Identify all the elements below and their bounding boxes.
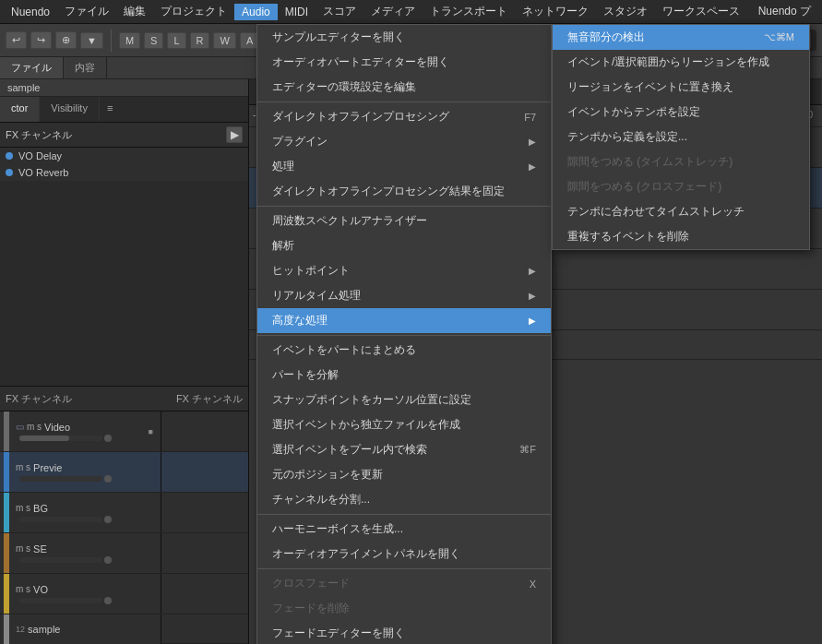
menubar-project[interactable]: プロジェクト	[153, 2, 234, 21]
menubar-midi[interactable]: MIDI	[278, 4, 316, 20]
menubar-score[interactable]: スコア	[316, 2, 363, 21]
r-btn[interactable]: R	[190, 32, 210, 49]
menu-sep2	[257, 206, 551, 207]
w-btn[interactable]: W	[213, 32, 235, 49]
arrow-realtime: ▶	[529, 291, 536, 301]
menu-editor-prefs[interactable]: エディターの環境設定を編集	[257, 75, 551, 100]
submenu-detect-silence[interactable]: 無音部分の検出 ⌥⌘M	[553, 25, 809, 50]
track-bg-fader[interactable]	[19, 517, 102, 522]
fx-channel-track-label: FX チャンネル	[6, 392, 72, 406]
track-bg: m s BG	[0, 493, 248, 533]
menu-find-pool[interactable]: 選択イベントをプール内で検索 ⌘F	[257, 437, 551, 462]
track-bg-ms: m s	[16, 503, 30, 513]
fx-item-vo-reverb[interactable]: VO Reverb	[0, 164, 248, 181]
menu-split-channel[interactable]: チャンネルを分割...	[257, 487, 551, 512]
menu-export-file[interactable]: 選択イベントから独立ファイルを作成	[257, 412, 551, 437]
tool2[interactable]: ▼	[80, 32, 103, 49]
menu-harmony[interactable]: ハーモニーボイスを生成...	[257, 517, 551, 542]
sample-path: sample	[0, 79, 248, 97]
menu-crossfade: クロスフェード X	[257, 571, 551, 596]
menu-audio-part-editor[interactable]: オーディオパートエディターを開く	[257, 50, 551, 75]
undo-button[interactable]: ↩	[6, 31, 27, 49]
track-preview-fader[interactable]	[19, 476, 102, 482]
arrow-process: ▶	[529, 161, 536, 172]
track-se-colorbar	[4, 533, 9, 573]
menu-dissolve[interactable]: パートを分解	[257, 363, 551, 388]
track-vo-fader[interactable]	[19, 598, 102, 603]
arrow-hitpoints: ▶	[529, 266, 536, 276]
menu-analyze[interactable]: 解析	[257, 233, 551, 258]
track-sample-colorbar	[4, 614, 9, 644]
tool1[interactable]: ⊕	[55, 31, 77, 49]
submenu-region-to-event[interactable]: リージョンをイベントに置き換え	[553, 75, 809, 100]
track-video-led	[104, 435, 112, 442]
track-se-controls: m s SE	[0, 533, 161, 573]
submenu-event-to-region[interactable]: イベント/選択範囲からリージョンを作成	[553, 50, 809, 75]
menu-to-parts[interactable]: イベントをパートにまとめる	[257, 338, 551, 363]
inspector-tab[interactable]: ctor	[0, 97, 40, 122]
track-se-fader[interactable]	[19, 557, 102, 563]
content-tab[interactable]: 内容	[64, 57, 107, 78]
app-title: Nuendo プ	[751, 2, 818, 21]
submenu-timestretch[interactable]: テンポに合わせてタイムストレッチ	[553, 199, 809, 224]
expand-icon[interactable]: ≡	[100, 97, 120, 122]
track-preview: m s Previe	[0, 452, 248, 493]
fx-channel-label: FX チャンネル	[6, 128, 222, 142]
menu-advanced[interactable]: 高度な処理 ▶	[257, 308, 551, 333]
menu-sample-editor[interactable]: サンプルエディターを開く	[257, 25, 551, 50]
menu-delete-fade: フェードを削除	[257, 596, 551, 621]
menu-sep5	[257, 568, 551, 569]
track-vo-led	[104, 597, 112, 604]
menu-plugins[interactable]: プラグイン ▶	[257, 129, 551, 154]
menubar: Nuendo ファイル 編集 プロジェクト Audio MIDI スコア メディ…	[0, 0, 822, 24]
menubar-file[interactable]: ファイル	[57, 2, 116, 21]
menu-direct-offline[interactable]: ダイレクトオフラインプロセシング F7	[257, 104, 551, 129]
track-video-ms: m s	[27, 422, 42, 432]
track-video-colorbar	[4, 411, 9, 451]
fx-channel-header: FX チャンネル ▶	[0, 123, 248, 148]
menu-process[interactable]: 処理 ▶	[257, 154, 551, 179]
menubar-studio[interactable]: スタジオ	[596, 2, 655, 21]
track-bg-colorbar	[4, 493, 9, 532]
redo-button[interactable]: ↪	[30, 31, 52, 49]
track-se-ms: m s	[16, 543, 30, 554]
menubar-edit[interactable]: 編集	[116, 2, 153, 21]
submenu-tempo-define[interactable]: テンポから定義を設定...	[553, 125, 809, 149]
fx-expand-btn[interactable]: ▶	[226, 126, 243, 143]
menubar-network[interactable]: ネットワーク	[515, 2, 596, 21]
menu-spectrum[interactable]: 周波数スペクトルアナライザー	[257, 209, 551, 233]
submenu-event-tempo[interactable]: イベントからテンポを設定	[553, 100, 809, 125]
left-panel: sample ctor Visibility ≡ FX チャンネル ▶ VO D…	[0, 79, 249, 644]
menu-alignment[interactable]: オーディオアライメントパネルを開く	[257, 542, 551, 566]
track-sample-controls: 12 sample	[0, 614, 161, 644]
menubar-workspace[interactable]: ワークスペース	[655, 2, 747, 21]
l-btn[interactable]: L	[167, 32, 185, 49]
track-video-col: ■	[149, 427, 153, 436]
track-bg-controls: m s BG	[0, 493, 161, 532]
m-btn[interactable]: M	[119, 32, 140, 49]
menu-snap-cursor[interactable]: スナップポイントをカーソル位置に設定	[257, 388, 551, 412]
fx-item-vo-delay[interactable]: VO Delay	[0, 148, 248, 164]
arrow-plugins: ▶	[529, 137, 536, 147]
track-bg-led	[104, 516, 112, 523]
fx-label-vo-reverb: VO Reverb	[18, 167, 68, 178]
file-tab[interactable]: ファイル	[0, 57, 64, 78]
menubar-media[interactable]: メディア	[363, 2, 423, 21]
menu-realtime[interactable]: リアルタイム処理 ▶	[257, 283, 551, 308]
track-preview-name: Previe	[33, 462, 153, 473]
menu-hitpoints[interactable]: ヒットポイント ▶	[257, 258, 551, 283]
menu-original-pos[interactable]: 元のポジションを更新	[257, 462, 551, 487]
track-preview-colorbar	[4, 452, 9, 492]
submenu-delete-duplicate[interactable]: 重複するイベントを削除	[553, 224, 809, 249]
track-se-name: SE	[33, 543, 153, 555]
menubar-transport[interactable]: トランスポート	[423, 2, 515, 21]
menu-sep4	[257, 514, 551, 515]
s-btn[interactable]: S	[144, 32, 163, 49]
menu-fade-editor[interactable]: フェードエディターを開く	[257, 621, 551, 644]
menubar-nuendo[interactable]: Nuendo	[4, 4, 57, 20]
visibility-tab[interactable]: Visibility	[40, 97, 100, 122]
menu-direct-offline-fix[interactable]: ダイレクトオフラインプロセシング結果を固定	[257, 179, 551, 204]
track-video-fader[interactable]	[19, 435, 102, 441]
fx-dot-vo-delay	[6, 152, 13, 160]
menubar-audio[interactable]: Audio	[234, 4, 278, 20]
